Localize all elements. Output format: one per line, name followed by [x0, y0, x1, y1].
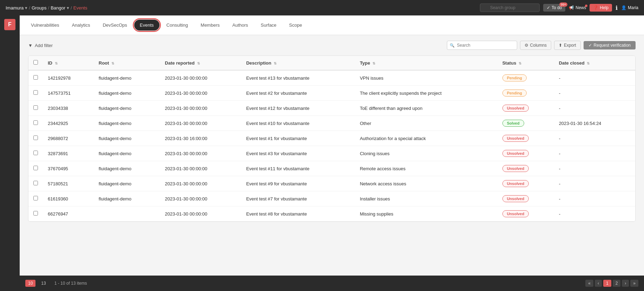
tab-analytics[interactable]: Analytics [66, 20, 96, 31]
search-input[interactable] [447, 41, 517, 50]
tab-surface[interactable]: Surface [255, 20, 282, 31]
cell-id: 142192978 [43, 70, 94, 86]
tab-scope[interactable]: Scope [284, 20, 308, 31]
cell-type: Cloning issues [355, 146, 497, 161]
tab-authors[interactable]: Authors [227, 20, 254, 31]
search-input-wrap: 🔍 [447, 41, 517, 50]
info-icon: ℹ [616, 5, 618, 11]
cell-date-reported: 2023-01-30 16:00:00 [160, 131, 241, 146]
todo-button[interactable]: ✓ To do 99+ [543, 4, 565, 12]
row-checkbox-6[interactable] [33, 166, 38, 170]
tab-devsecops[interactable]: DevSecOps [97, 20, 132, 31]
gear-icon: ⚙ [525, 43, 528, 48]
cell-root: fluidagent-demo [94, 191, 160, 206]
row-checkbox-0[interactable] [33, 75, 38, 80]
layout: F Vulnerabilities Analytics DevSecOps Ev… [0, 15, 644, 291]
col-header-status[interactable]: Status ⇅ [497, 56, 554, 70]
search-icon: 🔍 [450, 43, 455, 48]
row-checkbox-7[interactable] [33, 181, 38, 185]
table-row: 142192978 fluidagent-demo 2023-01-30 00:… [28, 70, 635, 86]
page-size-10-button[interactable]: 10 [25, 280, 35, 287]
cell-date-closed: - [554, 176, 635, 191]
tab-consulting[interactable]: Consulting [161, 20, 194, 31]
tab-events[interactable]: Events [134, 20, 160, 31]
columns-button[interactable]: ⚙ Columns [520, 41, 551, 50]
last-page-button[interactable]: » [630, 280, 638, 287]
row-checkbox-cell [28, 86, 43, 101]
cell-description: Event test #9 for vbustamante [241, 176, 355, 191]
cell-description: Event test #2 for vbustamante [241, 86, 355, 101]
tab-vulnerabilities[interactable]: Vulnerabilities [25, 20, 65, 31]
prev-page-button[interactable]: ‹ [595, 280, 602, 287]
help-button[interactable]: ❓ Help [590, 4, 612, 12]
next-page-button[interactable]: › [622, 280, 629, 287]
status-badge: Unsolved [502, 180, 529, 187]
page-size-13-button[interactable]: 13 [38, 280, 48, 287]
breadcrumb-bangor[interactable]: Bangor [51, 5, 65, 11]
tab-members[interactable]: Members [195, 20, 225, 31]
row-checkbox-8[interactable] [33, 196, 38, 200]
col-header-description[interactable]: Description ⇅ [241, 56, 355, 70]
add-filter-button[interactable]: ▼ Add filter [28, 43, 53, 48]
col-header-id[interactable]: ID ⇅ [43, 56, 94, 70]
sidebar: F [0, 15, 20, 291]
status-badge: Unsolved [502, 105, 529, 112]
export-button[interactable]: ⬆ Export [554, 41, 581, 50]
user-icon: 👤 [621, 5, 626, 10]
cell-description: Event test #1 for vbustamante [241, 131, 355, 146]
row-checkbox-3[interactable] [33, 120, 38, 125]
status-badge: Unsolved [502, 165, 529, 172]
table-row: 61619360 fluidagent-demo 2023-01-30 00:0… [28, 191, 635, 206]
col-header-date-closed[interactable]: Date closed ⇅ [554, 56, 635, 70]
main-content: Vulnerabilities Analytics DevSecOps Even… [20, 15, 644, 291]
row-checkbox-2[interactable] [33, 105, 38, 110]
sort-icon-id: ⇅ [55, 61, 58, 65]
search-group-wrap: 🔍 [480, 4, 540, 12]
cell-description: Event test #11 for vbustamante [241, 161, 355, 176]
info-button[interactable]: ℹ [616, 5, 618, 11]
cell-date-closed: - [554, 70, 635, 86]
cell-status: Solved [497, 116, 554, 131]
breadcrumb: Imamura ▾ / Groups / Bangor ▾ / Events [6, 5, 477, 11]
search-group-input[interactable] [480, 4, 540, 12]
user-button[interactable]: 👤 Maria [621, 5, 638, 10]
table-row: 32873691 fluidagent-demo 2023-01-30 00:0… [28, 146, 635, 161]
cell-id: 37670495 [43, 161, 94, 176]
cell-id: 147573751 [43, 86, 94, 101]
cell-date-reported: 2023-01-30 00:00:00 [160, 101, 241, 116]
page-1-button[interactable]: 1 [603, 280, 611, 287]
cell-type: Other [355, 116, 497, 131]
page-2-button[interactable]: 2 [613, 280, 621, 287]
cell-root: fluidagent-demo [94, 86, 160, 101]
events-content: ▼ Add filter 🔍 ⚙ Columns ⬆ Export [20, 35, 644, 276]
row-checkbox-cell [28, 176, 43, 191]
cell-id: 32873691 [43, 146, 94, 161]
cell-description: Event test #10 for vbustamante [241, 116, 355, 131]
news-button[interactable]: 📢 News [569, 5, 586, 10]
first-page-button[interactable]: « [585, 280, 593, 287]
cell-root: fluidagent-demo [94, 131, 160, 146]
breadcrumb-groups[interactable]: Groups [32, 5, 47, 11]
cell-status: Unsolved [497, 101, 554, 116]
row-checkbox-cell [28, 131, 43, 146]
row-checkbox-4[interactable] [33, 135, 38, 140]
row-checkbox-1[interactable] [33, 90, 38, 95]
cell-root: fluidagent-demo [94, 146, 160, 161]
cell-date-closed: - [554, 191, 635, 206]
request-verification-button[interactable]: ✓ Request verification [584, 41, 636, 49]
status-badge: Unsolved [502, 150, 529, 157]
pagination-bar: 10 13 1 - 10 of 13 items « ‹ 1 2 › » [20, 276, 644, 291]
status-badge: Pending [502, 90, 527, 97]
table-header: ID ⇅ Root ⇅ Date reported ⇅ Description … [28, 56, 635, 70]
cell-status: Unsolved [497, 206, 554, 221]
news-label: News [575, 5, 586, 10]
col-header-date-reported[interactable]: Date reported ⇅ [160, 56, 241, 70]
row-checkbox-5[interactable] [33, 151, 38, 155]
col-header-type[interactable]: Type ⇅ [355, 56, 497, 70]
cell-date-closed: - [554, 161, 635, 176]
select-all-checkbox[interactable] [33, 60, 38, 65]
row-checkbox-9[interactable] [33, 211, 38, 216]
cell-date-reported: 2023-01-30 00:00:00 [160, 70, 241, 86]
col-header-root[interactable]: Root ⇅ [94, 56, 160, 70]
breadcrumb-imamura[interactable]: Imamura [6, 5, 24, 11]
